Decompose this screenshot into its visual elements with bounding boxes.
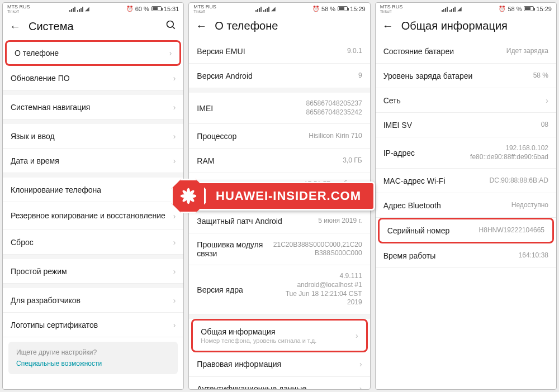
chevron-right-icon: ›: [173, 238, 176, 247]
row-serial-number[interactable]: Серийный номер H8HNW19222104665: [378, 218, 554, 243]
clock: 15:29: [536, 6, 552, 12]
row-emui-version[interactable]: Версия EMUI 9.0.1: [189, 39, 369, 64]
carrier-secondary: Tinkoff: [7, 9, 30, 13]
row-language-input[interactable]: Язык и ввод ›: [3, 124, 183, 149]
carrier-primary: MTS RUS: [7, 4, 30, 9]
chevron-right-icon: ›: [173, 156, 176, 165]
row-network[interactable]: Сеть ›: [376, 88, 556, 113]
row-uptime[interactable]: Время работы 164:10:38: [376, 243, 556, 268]
carrier-primary: MTS RUS: [380, 4, 403, 9]
row-legal-info[interactable]: Правовая информация ›: [189, 352, 369, 377]
row-certification-logos[interactable]: Логотипы сертификатов ›: [3, 313, 183, 337]
row-battery-level[interactable]: Уровень заряда батареи 58 %: [376, 64, 556, 88]
carrier-secondary: Tinkoff: [380, 9, 403, 13]
chevron-right-icon: ›: [173, 74, 176, 83]
battery-icon: [151, 6, 162, 11]
section-divider: [3, 255, 183, 259]
row-processor[interactable]: Процессор Hisilicon Kirin 710: [189, 124, 369, 149]
row-auth-data[interactable]: Аутентификационные данные ›: [189, 377, 369, 389]
section-divider: [3, 173, 183, 178]
general-info-list: Состояние батареи Идет зарядка Уровень з…: [376, 39, 556, 389]
chevron-right-icon: ›: [359, 360, 362, 369]
row-imei[interactable]: IMEI 865867048205237 865867048235242: [189, 93, 369, 124]
signal-icons: ◢: [255, 6, 276, 12]
svg-line-1: [173, 27, 175, 29]
section-divider: [189, 88, 369, 93]
header: ← О телефоне: [189, 14, 369, 39]
row-about-phone[interactable]: О телефоне ›: [5, 40, 181, 66]
header: ← Общая информация: [376, 14, 556, 39]
about-list: Версия EMUI 9.0.1 Версия Android 9 IMEI …: [189, 39, 369, 389]
row-simple-mode[interactable]: Простой режим ›: [3, 259, 183, 284]
back-icon[interactable]: ←: [10, 20, 21, 33]
section-divider: [3, 90, 183, 95]
status-bar: MTS RUS Tinkoff ◢ ⏰ 58 % 15:29: [189, 3, 369, 14]
footer-question: Ищете другие настройки?: [16, 348, 170, 356]
row-date-time[interactable]: Дата и время ›: [3, 149, 183, 173]
carrier-primary: MTS RUS: [193, 4, 216, 9]
row-system-navigation[interactable]: Системная навигация ›: [3, 95, 183, 119]
wifi-icon: ◢: [85, 6, 89, 12]
settings-list: О телефоне › Обновление ПО › Системная н…: [3, 40, 183, 389]
battery-icon: [524, 6, 534, 11]
chevron-right-icon: ›: [356, 331, 358, 340]
battery-icon: [338, 6, 348, 11]
chevron-right-icon: ›: [173, 212, 176, 221]
row-developer-options[interactable]: Для разработчиков ›: [3, 288, 183, 313]
row-security-patch[interactable]: Защитный патч Android 5 июня 2019 г.: [189, 209, 369, 233]
cellular-bars-icon: [69, 7, 75, 12]
cellular-bars-icon: [442, 7, 448, 12]
chevron-right-icon: ›: [173, 296, 176, 305]
row-general-info[interactable]: Общая информация Номер телефона, уровень…: [191, 319, 367, 352]
row-baseband[interactable]: Прошивка модуля связи 21C20B388S000C000,…: [189, 233, 369, 265]
row-bluetooth-address[interactable]: Адрес Bluetooth Недоступно: [376, 193, 556, 218]
page-title: Общая информация: [401, 20, 549, 32]
row-kernel[interactable]: Версия ядра 4.9.111 android@localhost #1…: [189, 265, 369, 314]
watermark-text: HUAWEI-INSIDER.COM: [216, 189, 361, 203]
cellular-bars-icon: [263, 7, 269, 12]
page-title: О телефоне: [215, 20, 363, 32]
wifi-icon: ◢: [457, 6, 462, 12]
signal-icons: ◢: [69, 6, 89, 12]
row-phone-clone[interactable]: Клонирование телефона ›: [3, 178, 183, 202]
search-icon[interactable]: [165, 20, 177, 34]
row-ram[interactable]: RAM 3,0 ГБ: [189, 149, 369, 173]
row-battery-state[interactable]: Состояние батареи Идет зарядка: [376, 39, 556, 64]
chevron-right-icon: ›: [173, 132, 176, 141]
chevron-right-icon: ›: [169, 49, 172, 58]
footer-suggestion-card: Ищете другие настройки? Специальные возм…: [8, 342, 178, 374]
battery-percent: 60 %: [135, 6, 149, 12]
row-mac-address[interactable]: MAC-адрес Wi-Fi DC:90:88:88:6B:AD: [376, 169, 556, 193]
back-icon[interactable]: ←: [382, 20, 394, 32]
back-icon[interactable]: ←: [196, 20, 207, 32]
section-divider: [189, 314, 369, 319]
row-imei-sv[interactable]: IMEI SV 08: [376, 113, 556, 137]
phone-screen-general-info: MTS RUS Tinkoff ◢ ⏰ 58 % 15:29 ← Общая и…: [375, 2, 557, 390]
chevron-right-icon: ›: [546, 96, 548, 105]
svg-point-0: [167, 21, 174, 28]
status-bar: MTS RUS Tinkoff ◢ ⏰ 58 % 15:29: [376, 3, 556, 14]
chevron-right-icon: ›: [173, 267, 176, 276]
carrier-secondary: Tinkoff: [193, 9, 216, 13]
chevron-right-icon: ›: [173, 103, 176, 112]
clock: 15:31: [164, 6, 179, 12]
chevron-right-icon: ›: [173, 321, 176, 329]
section-divider: [3, 284, 183, 288]
cellular-bars-icon: [255, 7, 262, 12]
battery-percent: 58 %: [321, 6, 335, 12]
page-title: Система: [29, 20, 158, 33]
wifi-icon: ◢: [271, 6, 276, 12]
status-bar: MTS RUS Tinkoff ◢ ⏰ 60 % 15:31: [3, 3, 183, 14]
phone-screen-system: MTS RUS Tinkoff ◢ ⏰ 60 % 15:31 ← Система…: [2, 2, 184, 390]
row-software-update[interactable]: Обновление ПО ›: [3, 66, 183, 90]
alarm-icon: ⏰: [126, 6, 133, 12]
row-reset[interactable]: Сброс ›: [3, 230, 183, 255]
cellular-bars-icon: [449, 7, 456, 12]
footer-link-accessibility[interactable]: Специальные возможности: [16, 360, 170, 367]
row-ip-address[interactable]: IP-адрес 192.168.0.102 fe80::de90:88ff:d…: [376, 137, 556, 169]
clock: 15:29: [350, 6, 366, 12]
row-backup-restore[interactable]: Резервное копирование и восстановление ›: [3, 202, 183, 230]
row-android-version[interactable]: Версия Android 9: [189, 64, 369, 88]
battery-percent: 58 %: [508, 6, 522, 12]
header: ← Система: [3, 14, 183, 40]
